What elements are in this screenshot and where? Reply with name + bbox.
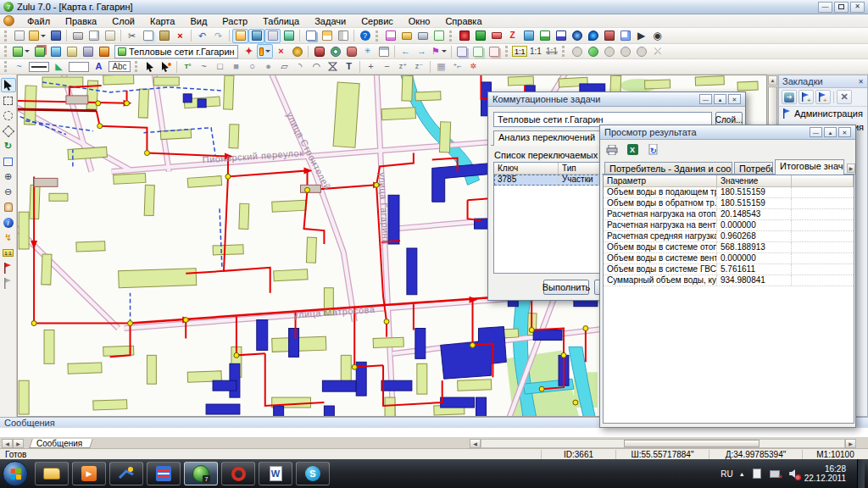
- refresh-map-tool[interactable]: ↻: [1, 139, 16, 153]
- play-button[interactable]: ▶: [633, 29, 649, 43]
- scale-one-to-one-off-button[interactable]: 1:1: [543, 44, 559, 58]
- flow-chart-button[interactable]: [537, 29, 553, 43]
- dialog-collapse-icon[interactable]: ▴: [714, 94, 726, 104]
- layers-window-button[interactable]: [232, 29, 248, 43]
- menu-help[interactable]: Справка: [437, 15, 489, 27]
- add-bookmark-tool[interactable]: [1, 261, 16, 275]
- add-vertex-button[interactable]: z⁺: [395, 59, 411, 74]
- zoom-in-tool[interactable]: ⊕: [1, 169, 16, 184]
- info-tool[interactable]: i: [1, 215, 16, 230]
- tab-consumer-2[interactable]: Потреби...: [734, 162, 773, 175]
- move-object-button[interactable]: [470, 44, 487, 58]
- mode-circle-1-button[interactable]: [569, 44, 585, 58]
- water-page-button[interactable]: [520, 29, 537, 43]
- typed-symbol-button[interactable]: T°: [180, 59, 196, 74]
- delete-button[interactable]: ×: [172, 29, 188, 43]
- dialog-minimize-icon[interactable]: —: [699, 94, 712, 104]
- show-desktop-button[interactable]: [857, 459, 865, 488]
- taskbar-media-button[interactable]: ▶: [72, 462, 106, 485]
- nav-forward-button[interactable]: →: [414, 44, 430, 58]
- menu-edit[interactable]: Правка: [58, 15, 104, 27]
- grid-toggle-button[interactable]: ▦: [433, 59, 449, 74]
- reverse-flow-button[interactable]: [553, 29, 569, 43]
- rect-filled-tool-button[interactable]: ■: [228, 59, 244, 74]
- col-key[interactable]: Ключ: [494, 163, 559, 174]
- hydraulics-button[interactable]: [472, 29, 488, 43]
- polygon-select-tool[interactable]: [1, 124, 16, 138]
- lock-lamp-button[interactable]: [289, 44, 305, 58]
- bookmark-list-tool[interactable]: [1, 276, 16, 291]
- print-button[interactable]: [70, 29, 86, 43]
- goto-bookmark-button[interactable]: ➔: [782, 90, 797, 104]
- polygon-tool-button[interactable]: ▱: [276, 59, 292, 74]
- result-table[interactable]: Параметр Значение Объем воды в подающем …: [603, 175, 854, 424]
- result-row[interactable]: Объем воды в системе вентиляци0.000000: [604, 253, 854, 264]
- menu-map[interactable]: Карта: [142, 15, 182, 27]
- menu-view[interactable]: Вид: [182, 15, 214, 27]
- redo-button[interactable]: ↷: [210, 29, 226, 43]
- record-button[interactable]: ◉: [649, 29, 665, 43]
- result-row[interactable]: Объем воды в подающем тр., куб.180.51515…: [604, 187, 854, 198]
- remove-vertex-button[interactable]: z⁻: [411, 59, 427, 74]
- compass-button[interactable]: ✦: [241, 44, 257, 58]
- taskbar-floppy-button[interactable]: [147, 462, 181, 485]
- page-setup-button[interactable]: [102, 29, 118, 43]
- taskbar-app-button[interactable]: [109, 462, 143, 485]
- report-new-button[interactable]: [382, 29, 398, 43]
- tab-totals[interactable]: Итоговые значения: [775, 159, 844, 175]
- mode-circle-3-button[interactable]: [601, 44, 617, 58]
- report-open-button[interactable]: [398, 29, 415, 43]
- taskbar-zulu-button[interactable]: 7: [184, 462, 218, 485]
- result-print-button[interactable]: [604, 142, 620, 157]
- cascade-windows-button[interactable]: [303, 29, 319, 43]
- tab-scroll-right-icon[interactable]: ▶: [13, 439, 24, 448]
- scroll-up-icon[interactable]: ▲: [768, 75, 777, 86]
- zulu-z-button[interactable]: Z: [504, 29, 520, 43]
- text-style-button[interactable]: A: [91, 59, 107, 74]
- messages-window-button[interactable]: [264, 29, 281, 43]
- action-center-icon[interactable]: [751, 469, 763, 479]
- tab-scroll-left-icon[interactable]: ◀: [2, 439, 13, 448]
- tile-vertical-button[interactable]: [335, 29, 351, 43]
- switching-dialog-titlebar[interactable]: Коммутационные задачи — ▴ ✕: [488, 92, 745, 107]
- tray-expand-icon[interactable]: ▲: [739, 471, 745, 477]
- zoom-out-tool[interactable]: ⊖: [1, 185, 16, 199]
- menu-layer[interactable]: Слой: [104, 15, 142, 27]
- hscroll-right-icon[interactable]: ▶: [845, 439, 856, 448]
- hscroll-left-icon[interactable]: ◀: [470, 439, 481, 448]
- remove-node-button[interactable]: −: [379, 59, 395, 74]
- close-button[interactable]: ✕: [850, 2, 865, 13]
- find-object-button[interactable]: [311, 44, 327, 58]
- thematic-map-button[interactable]: [327, 44, 343, 58]
- text-sample-button[interactable]: Abc: [107, 59, 132, 74]
- result-row[interactable]: Суммарный объем воды, куб. м934.980841: [604, 275, 854, 286]
- layer-add-button[interactable]: [47, 44, 64, 58]
- col-parameter[interactable]: Параметр: [604, 175, 717, 186]
- rect-tool-button[interactable]: □: [212, 59, 228, 74]
- cut-button[interactable]: ✂: [124, 29, 140, 43]
- tab-scroll-right-icon[interactable]: ▶: [847, 164, 855, 173]
- dialog-close-icon[interactable]: ✕: [838, 127, 851, 137]
- flash-select-tool[interactable]: ↯: [1, 230, 16, 245]
- arc-tool-button[interactable]: ◝: [292, 59, 309, 74]
- dialog-close-icon[interactable]: ✕: [728, 94, 741, 104]
- node-edit-tool-button[interactable]: [158, 59, 174, 74]
- taskbar-clock[interactable]: 16:28 22.12.2011: [804, 464, 851, 483]
- help-button[interactable]: ?: [357, 29, 373, 43]
- circle-select-tool[interactable]: [1, 108, 16, 123]
- result-row[interactable]: Расчетная нагрузка на отопление,20.14854…: [604, 209, 854, 220]
- faucet-button[interactable]: [488, 29, 504, 43]
- messages-tab[interactable]: Сообщения: [29, 439, 93, 448]
- language-indicator[interactable]: RU: [721, 469, 732, 479]
- active-layer-combo[interactable]: Тепловые сети г.Гагарин: [114, 45, 238, 58]
- tab-consumer-buildings[interactable]: Потребитель - Здания и сооружения...: [604, 162, 732, 175]
- mode-circle-5-button[interactable]: [633, 44, 649, 58]
- taskbar-opera-button[interactable]: [221, 462, 255, 485]
- add-all-bookmarks-button[interactable]: +: [815, 90, 831, 104]
- bookmark-item-administration[interactable]: Администрация: [779, 107, 867, 120]
- nav-back-button[interactable]: ←: [398, 44, 414, 58]
- result-row[interactable]: Расчетная нагрузка на вентиляци0.000000: [604, 220, 854, 231]
- scale-one-to-one-button[interactable]: 1:1: [527, 44, 543, 58]
- layer-new-button[interactable]: [11, 44, 31, 58]
- col-value[interactable]: Значение: [717, 175, 792, 186]
